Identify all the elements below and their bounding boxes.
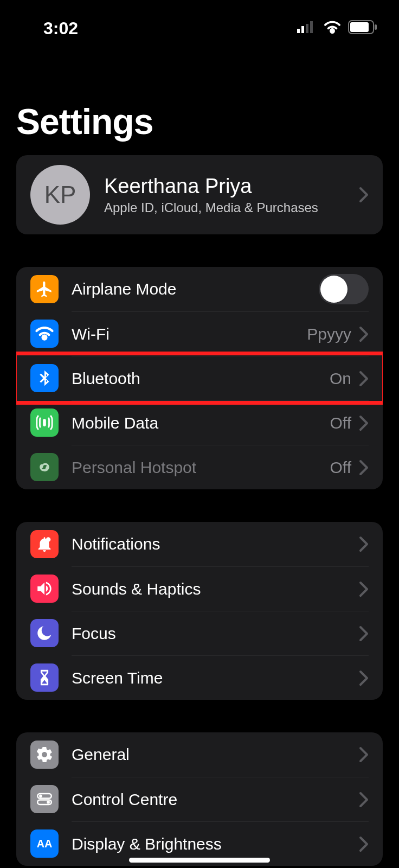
chevron-right-icon bbox=[359, 670, 369, 686]
chevron-right-icon bbox=[359, 415, 369, 431]
wifi-label: Wi-Fi bbox=[72, 325, 307, 343]
chevron-right-icon bbox=[359, 326, 369, 342]
screen-time-label: Screen Time bbox=[72, 669, 359, 687]
svg-point-11 bbox=[47, 801, 50, 804]
chevron-right-icon bbox=[359, 836, 369, 852]
focus-label: Focus bbox=[72, 624, 359, 643]
svg-point-9 bbox=[39, 795, 42, 798]
chevron-right-icon bbox=[359, 187, 369, 203]
page-title: Settings bbox=[0, 43, 399, 155]
status-time: 3:02 bbox=[43, 18, 78, 39]
chevron-right-icon bbox=[359, 746, 369, 763]
control-centre-row[interactable]: Control Centre bbox=[16, 777, 383, 821]
chevron-right-icon bbox=[359, 371, 369, 387]
bluetooth-value: On bbox=[330, 369, 351, 388]
svg-rect-3 bbox=[310, 21, 313, 33]
notifications-row[interactable]: Notifications bbox=[16, 522, 383, 566]
bluetooth-highlight: Bluetooth On bbox=[16, 356, 383, 400]
profile-subtitle: Apple ID, iCloud, Media & Purchases bbox=[104, 200, 359, 215]
mobile-data-icon bbox=[30, 409, 59, 437]
screen-time-row[interactable]: Screen Time bbox=[16, 655, 383, 700]
airplane-label: Airplane Mode bbox=[72, 280, 319, 298]
sounds-label: Sounds & Haptics bbox=[72, 580, 359, 598]
general-label: General bbox=[72, 745, 359, 764]
display-brightness-label: Display & Brightness bbox=[72, 835, 359, 853]
profile-row[interactable]: KP Keerthana Priya Apple ID, iCloud, Med… bbox=[16, 155, 383, 234]
notifications-group: Notifications Sounds & Haptics Focus Scr… bbox=[16, 522, 383, 700]
bluetooth-icon bbox=[30, 364, 59, 392]
avatar: KP bbox=[30, 165, 90, 225]
screen-time-icon bbox=[30, 663, 59, 692]
mobile-data-value: Off bbox=[330, 414, 351, 432]
general-group: General Control Centre AA Display & Brig… bbox=[16, 732, 383, 866]
svg-rect-1 bbox=[301, 26, 304, 33]
display-brightness-icon: AA bbox=[30, 829, 59, 858]
airplane-icon bbox=[30, 275, 59, 303]
wifi-icon bbox=[323, 21, 342, 36]
sounds-row[interactable]: Sounds & Haptics bbox=[16, 566, 383, 611]
focus-icon bbox=[30, 619, 59, 647]
connectivity-group: Airplane Mode Wi-Fi Ppyyy Bluetooth On bbox=[16, 267, 383, 489]
svg-rect-5 bbox=[350, 22, 369, 32]
hotspot-value: Off bbox=[330, 458, 351, 477]
notifications-label: Notifications bbox=[72, 535, 359, 553]
mobile-data-row[interactable]: Mobile Data Off bbox=[16, 400, 383, 445]
hotspot-icon bbox=[30, 453, 59, 481]
general-row[interactable]: General bbox=[16, 732, 383, 777]
battery-icon bbox=[348, 20, 377, 36]
sounds-icon bbox=[30, 575, 59, 603]
notifications-icon bbox=[30, 530, 59, 558]
chevron-right-icon bbox=[359, 459, 369, 476]
svg-rect-2 bbox=[306, 24, 308, 33]
bluetooth-label: Bluetooth bbox=[72, 369, 330, 388]
svg-rect-0 bbox=[297, 29, 300, 33]
control-centre-label: Control Centre bbox=[72, 790, 359, 809]
profile-group: KP Keerthana Priya Apple ID, iCloud, Med… bbox=[16, 155, 383, 234]
chevron-right-icon bbox=[359, 536, 369, 552]
svg-point-7 bbox=[46, 537, 51, 542]
personal-hotspot-row[interactable]: Personal Hotspot Off bbox=[16, 445, 383, 489]
chevron-right-icon bbox=[359, 792, 369, 808]
svg-text:AA: AA bbox=[37, 838, 53, 850]
wifi-settings-icon bbox=[30, 320, 59, 348]
wifi-value: Ppyyy bbox=[307, 325, 351, 343]
home-indicator[interactable] bbox=[129, 858, 270, 863]
chevron-right-icon bbox=[359, 626, 369, 642]
focus-row[interactable]: Focus bbox=[16, 611, 383, 655]
airplane-mode-row[interactable]: Airplane Mode bbox=[16, 267, 383, 311]
control-centre-icon bbox=[30, 785, 59, 813]
status-indicators bbox=[297, 20, 377, 36]
mobile-data-label: Mobile Data bbox=[72, 414, 330, 432]
profile-name: Keerthana Priya bbox=[104, 175, 359, 198]
chevron-right-icon bbox=[359, 581, 369, 597]
hotspot-label: Personal Hotspot bbox=[72, 458, 330, 477]
profile-text: Keerthana Priya Apple ID, iCloud, Media … bbox=[90, 175, 359, 215]
status-bar: 3:02 bbox=[0, 0, 399, 43]
svg-rect-6 bbox=[375, 24, 377, 30]
bluetooth-row[interactable]: Bluetooth On bbox=[16, 356, 383, 400]
airplane-toggle[interactable] bbox=[319, 274, 369, 304]
cellular-icon bbox=[297, 21, 317, 35]
wifi-row[interactable]: Wi-Fi Ppyyy bbox=[16, 311, 383, 356]
general-icon bbox=[30, 741, 59, 769]
